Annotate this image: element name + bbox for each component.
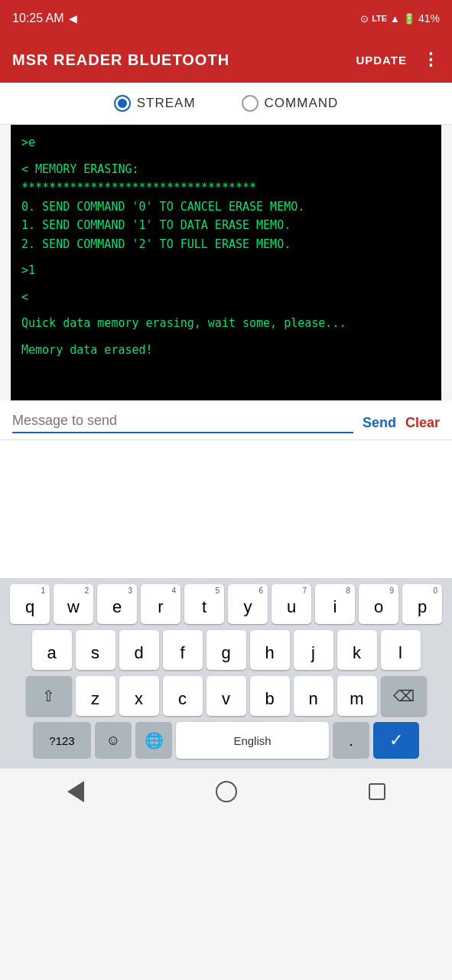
- symbols-key[interactable]: ?123: [33, 722, 91, 759]
- stream-radio[interactable]: [114, 95, 131, 112]
- key-number-5: 5: [215, 586, 219, 595]
- terminal-line: 0. SEND COMMAND '0' TO CANCEL ERASE MEMO…: [21, 198, 431, 216]
- terminal-line: Memory data erased!: [21, 341, 431, 359]
- key-letter-d: d: [134, 643, 143, 663]
- tab-command[interactable]: COMMAND: [242, 95, 339, 112]
- globe-icon: 🌐: [145, 731, 164, 750]
- backspace-icon: ⌫: [393, 687, 415, 705]
- period-key[interactable]: .: [333, 722, 369, 759]
- key-h[interactable]: h: [250, 630, 290, 670]
- key-number-4: 4: [171, 586, 176, 595]
- recents-icon: [369, 783, 385, 800]
- key-letter-c: c: [178, 689, 187, 709]
- battery-icon: 🔋: [403, 13, 415, 24]
- clear-button[interactable]: Clear: [405, 415, 440, 431]
- terminal-line: < MEMORY ERASING:: [21, 161, 431, 178]
- key-j[interactable]: j: [294, 630, 333, 670]
- key-f[interactable]: f: [163, 630, 203, 670]
- keyboard: 1q2w3e4r5t6y7u8i9o0p asdfghjkl ⇧ zxcvbnm…: [0, 578, 452, 768]
- back-button[interactable]: [57, 773, 94, 810]
- key-o[interactable]: 9o: [359, 584, 398, 624]
- enter-icon: ✓: [389, 730, 403, 750]
- key-letter-h: h: [265, 643, 274, 663]
- enter-key[interactable]: ✓: [373, 722, 419, 759]
- message-input[interactable]: [12, 413, 353, 429]
- app-title: MSR READER BLUETOOTH: [12, 51, 229, 69]
- battery-percent: 41%: [418, 12, 440, 24]
- terminal-line: <: [21, 289, 431, 306]
- key-number-9: 9: [389, 586, 394, 595]
- message-area: Send Clear: [0, 400, 452, 440]
- emoji-icon: ☺: [106, 733, 120, 749]
- key-letter-b: b: [265, 689, 274, 709]
- key-letter-p: p: [418, 597, 427, 617]
- key-letter-q: q: [25, 597, 34, 617]
- more-options-button[interactable]: ⋮: [422, 50, 440, 70]
- key-m[interactable]: m: [337, 676, 377, 716]
- home-icon: [216, 781, 237, 802]
- key-letter-r: r: [158, 597, 163, 617]
- nav-bar: [0, 768, 452, 814]
- key-x[interactable]: x: [119, 676, 159, 716]
- status-time: 10:25 AM: [12, 11, 64, 25]
- key-w[interactable]: 2w: [54, 584, 93, 624]
- key-g[interactable]: g: [206, 630, 246, 670]
- key-r[interactable]: 4r: [141, 584, 180, 624]
- key-q[interactable]: 1q: [10, 584, 50, 624]
- key-y[interactable]: 6y: [228, 584, 268, 624]
- key-e[interactable]: 3e: [97, 584, 137, 624]
- key-t[interactable]: 5t: [184, 584, 224, 624]
- key-a[interactable]: a: [32, 630, 72, 670]
- key-letter-s: s: [91, 643, 99, 663]
- content-spacer: [0, 440, 452, 578]
- key-l[interactable]: l: [381, 630, 421, 670]
- keyboard-row-bottom: ?123 ☺ 🌐 English . ✓: [3, 722, 449, 759]
- globe-key[interactable]: 🌐: [135, 722, 172, 759]
- key-k[interactable]: k: [337, 630, 377, 670]
- command-radio[interactable]: [242, 95, 259, 112]
- location-icon: ◀: [69, 12, 77, 24]
- key-n[interactable]: n: [294, 676, 333, 716]
- key-letter-k: k: [353, 643, 361, 663]
- key-number-1: 1: [41, 586, 45, 595]
- key-letter-a: a: [47, 643, 56, 663]
- recents-button[interactable]: [359, 773, 395, 810]
- message-input-wrapper: [12, 413, 353, 433]
- key-letter-t: t: [202, 597, 206, 617]
- keyboard-row-2: asdfghjkl: [3, 630, 449, 670]
- send-button[interactable]: Send: [363, 415, 396, 431]
- key-i[interactable]: 8i: [315, 584, 355, 624]
- key-letter-i: i: [333, 597, 337, 617]
- app-bar: MSR READER BLUETOOTH UPDATE ⋮: [0, 37, 452, 83]
- stream-radio-inner: [118, 99, 127, 108]
- tab-stream[interactable]: STREAM: [114, 95, 196, 112]
- shift-key[interactable]: ⇧: [26, 676, 72, 716]
- key-letter-e: e: [112, 597, 122, 617]
- space-key[interactable]: English: [176, 722, 329, 759]
- terminal-line: 2. SEND COMMAND '2' TO FULL ERASE MEMO.: [21, 236, 431, 253]
- update-button[interactable]: UPDATE: [356, 54, 407, 67]
- key-v[interactable]: v: [206, 676, 246, 716]
- status-bar: 10:25 AM ◀ ⊙ LTE ▲ 🔋 41%: [0, 0, 452, 37]
- key-b[interactable]: b: [250, 676, 290, 716]
- key-c[interactable]: c: [163, 676, 203, 716]
- command-label: COMMAND: [265, 96, 339, 111]
- key-letter-f: f: [180, 643, 184, 663]
- key-letter-n: n: [308, 689, 317, 709]
- back-icon: [67, 781, 84, 802]
- key-z[interactable]: z: [76, 676, 115, 716]
- symbols-label: ?123: [49, 734, 74, 747]
- emoji-key[interactable]: ☺: [95, 722, 132, 759]
- key-p[interactable]: 0p: [402, 584, 442, 624]
- key-letter-y: y: [244, 597, 252, 617]
- space-label: English: [233, 734, 271, 747]
- key-letter-v: v: [222, 689, 230, 709]
- home-button[interactable]: [208, 773, 245, 810]
- key-s[interactable]: s: [76, 630, 115, 670]
- terminal-line: Quick data memory erasing, wait some, pl…: [21, 315, 431, 332]
- backspace-key[interactable]: ⌫: [381, 676, 427, 716]
- key-d[interactable]: d: [119, 630, 159, 670]
- key-u[interactable]: 7u: [272, 584, 311, 624]
- stream-label: STREAM: [137, 96, 196, 111]
- period-label: .: [349, 732, 353, 750]
